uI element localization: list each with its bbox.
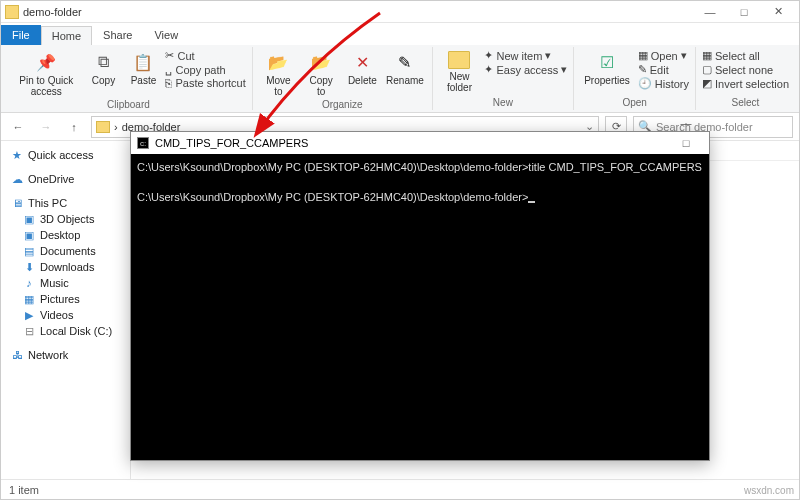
sidebar-item-disk[interactable]: ⊟Local Disk (C:): [5, 323, 126, 339]
status-bar: 1 item: [1, 479, 799, 499]
tab-file[interactable]: File: [1, 25, 41, 45]
moveto-icon: 📂: [267, 51, 289, 73]
newitem-button[interactable]: ✦ New item ▾: [484, 49, 567, 62]
cmd-title-bar[interactable]: c: CMD_TIPS_FOR_CCAMPERS — □ ✕: [131, 132, 709, 154]
moveto-button[interactable]: 📂Move to: [259, 49, 298, 99]
cmd-maximize-button[interactable]: □: [669, 133, 703, 153]
folder-icon: [96, 121, 110, 133]
group-select: ▦ Select all ▢ Select none ◩ Invert sele…: [696, 47, 795, 110]
tab-share[interactable]: Share: [92, 25, 143, 45]
clipboard-small: ✂ Cut ␣ Copy path ⎘ Paste shortcut: [165, 49, 245, 89]
cursor: [528, 201, 535, 203]
back-button[interactable]: ←: [7, 116, 29, 138]
cloud-icon: ☁: [11, 173, 23, 185]
copyto-icon: 📂: [310, 51, 332, 73]
maximize-button[interactable]: □: [727, 2, 761, 22]
cmd-icon: c:: [137, 137, 149, 149]
title-bar[interactable]: demo-folder — □ ✕: [1, 1, 799, 23]
up-button[interactable]: ↑: [63, 116, 85, 138]
group-open: ☑Properties ▦ Open ▾ ✎ Edit 🕘 History Op…: [574, 47, 696, 110]
history-button[interactable]: 🕘 History: [638, 77, 689, 90]
copy-icon: ⧉: [92, 51, 114, 73]
pasteshortcut-button[interactable]: ⎘ Paste shortcut: [165, 77, 245, 89]
cmd-window[interactable]: c: CMD_TIPS_FOR_CCAMPERS — □ ✕ C:\Users\…: [130, 131, 710, 461]
delete-icon: ✕: [351, 51, 373, 73]
copy-button[interactable]: ⧉Copy: [85, 49, 121, 88]
ribbon: 📌Pin to Quick access ⧉Copy 📋Paste ✂ Cut …: [1, 45, 799, 113]
pin-icon: 📌: [35, 51, 57, 73]
watermark: wsxdn.com: [744, 485, 794, 496]
window-title: demo-folder: [23, 6, 82, 18]
edit-button[interactable]: ✎ Edit: [638, 63, 689, 76]
group-organize: 📂Move to 📂Copy to ✕Delete ✎Rename Organi…: [253, 47, 433, 110]
rename-button[interactable]: ✎Rename: [384, 49, 425, 88]
sidebar-item-pictures[interactable]: ▦Pictures: [5, 291, 126, 307]
close-button[interactable]: ✕: [761, 2, 795, 22]
sidebar-item-music[interactable]: ♪Music: [5, 275, 126, 291]
group-new: New folder ✦ New item ▾ ✦ Easy access ▾ …: [433, 47, 575, 110]
paste-icon: 📋: [132, 51, 154, 73]
cmd-terminal[interactable]: C:\Users\Ksound\Dropbox\My PC (DESKTOP-6…: [131, 154, 709, 460]
sidebar-item-desktop[interactable]: ▣Desktop: [5, 227, 126, 243]
group-label: Clipboard: [107, 99, 150, 110]
pin-button[interactable]: 📌Pin to Quick access: [11, 49, 81, 99]
cmd-title: CMD_TIPS_FOR_CCAMPERS: [155, 137, 308, 149]
selectall-button[interactable]: ▦ Select all: [702, 49, 789, 62]
sidebar-item-onedrive[interactable]: ☁OneDrive: [5, 171, 126, 187]
cut-button[interactable]: ✂ Cut: [165, 49, 245, 62]
newfolder-icon: [448, 51, 470, 69]
rename-icon: ✎: [394, 51, 416, 73]
tab-view[interactable]: View: [143, 25, 189, 45]
nav-pane: ★Quick access ☁OneDrive 🖥This PC ▣3D Obj…: [1, 141, 131, 479]
properties-icon: ☑: [596, 51, 618, 73]
selectnone-button[interactable]: ▢ Select none: [702, 63, 789, 76]
group-clipboard: 📌Pin to Quick access ⧉Copy 📋Paste ✂ Cut …: [5, 47, 253, 110]
sidebar-item-videos[interactable]: ▶Videos: [5, 307, 126, 323]
properties-button[interactable]: ☑Properties: [580, 49, 634, 88]
tab-home[interactable]: Home: [41, 26, 92, 45]
star-icon: ★: [11, 149, 23, 161]
newfolder-button[interactable]: New folder: [439, 49, 481, 95]
sidebar-item-network[interactable]: 🖧Network: [5, 347, 126, 363]
copypath-button[interactable]: ␣ Copy path: [165, 63, 245, 76]
open-button[interactable]: ▦ Open ▾: [638, 49, 689, 62]
network-icon: 🖧: [11, 349, 23, 361]
folder-icon: [5, 5, 19, 19]
sidebar-item-quick[interactable]: ★Quick access: [5, 147, 126, 163]
sidebar-item-3dobjects[interactable]: ▣3D Objects: [5, 211, 126, 227]
forward-button[interactable]: →: [35, 116, 57, 138]
paste-button[interactable]: 📋Paste: [125, 49, 161, 88]
sidebar-item-thispc[interactable]: 🖥This PC: [5, 195, 126, 211]
pc-icon: 🖥: [11, 197, 23, 209]
sidebar-item-documents[interactable]: ▤Documents: [5, 243, 126, 259]
easyaccess-button[interactable]: ✦ Easy access ▾: [484, 63, 567, 76]
cmd-minimize-button[interactable]: —: [669, 113, 703, 133]
ribbon-tabs: File Home Share View: [1, 23, 799, 45]
copyto-button[interactable]: 📂Copy to: [302, 49, 340, 99]
minimize-button[interactable]: —: [693, 2, 727, 22]
delete-button[interactable]: ✕Delete: [344, 49, 380, 88]
sidebar-item-downloads[interactable]: ⬇Downloads: [5, 259, 126, 275]
invertsel-button[interactable]: ◩ Invert selection: [702, 77, 789, 90]
